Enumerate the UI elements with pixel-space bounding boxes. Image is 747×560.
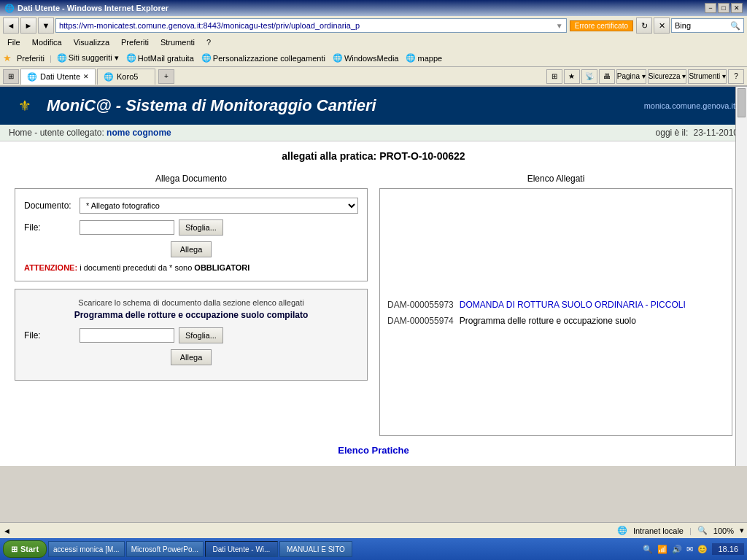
elenco-id-1: DAM-000055974: [387, 316, 454, 326]
warning-text: ATTENZIONE: i documenti preceduti da * s…: [24, 263, 358, 272]
browse-button[interactable]: Sfoglia...: [179, 219, 223, 236]
tab-dati-utente[interactable]: 🌐 Dati Utente ✕: [20, 69, 96, 85]
scrollbar[interactable]: [735, 87, 747, 466]
user-bar: Home - utente collegato: nome cognome og…: [0, 125, 747, 141]
dropdown-button[interactable]: ▼: [38, 18, 54, 34]
search-text: Bing: [675, 21, 730, 30]
doc-label: Documento:: [24, 201, 75, 211]
user-label: Home - utente collegato:: [9, 128, 104, 138]
menu-bar: File Modifica Visualizza Preferiti Strum…: [0, 35, 747, 50]
tabs-bar: ⊞ 🌐 Dati Utente ✕ 🌐 Koro5 + ⊞ ★ 📡 🖶 Pagi…: [0, 67, 747, 86]
elenco-item-1: DAM-000055974 Programma delle rotture e …: [386, 313, 726, 329]
title-bar-left: 🌐 Dati Utente - Windows Internet Explore…: [4, 4, 169, 13]
user-name: nome cognome: [107, 128, 171, 138]
nav-bar: ◄ ► ▼ https://vm-monicatest.comune.genov…: [0, 16, 747, 35]
fav-icon-windows: 🌐: [333, 53, 343, 63]
tab-close-1[interactable]: ✕: [83, 73, 89, 80]
doc-select[interactable]: * Allegato fotografico Documento tecnico…: [80, 198, 358, 214]
menu-help[interactable]: ?: [202, 37, 215, 47]
warning-prefix: ATTENZIONE:: [24, 263, 77, 272]
favorites-bar: ★ Preferiti | 🌐 Siti suggeriti ▾ 🌐 HotMa…: [0, 50, 747, 67]
menu-strumenti[interactable]: Strumenti: [156, 37, 199, 47]
allega-button-2[interactable]: Allega: [171, 349, 212, 365]
fav-item-mappe[interactable]: 🌐 mappe: [403, 52, 444, 63]
page-header-title: MoniC@ - Sistema di Monitoraggio Cantier…: [47, 96, 635, 115]
fav-item-hotmail[interactable]: 🌐 HotMail gratuita: [124, 52, 196, 63]
menu-file[interactable]: File: [3, 37, 25, 47]
browse-button-2[interactable]: Sfoglia...: [179, 327, 223, 343]
stop-button[interactable]: ✕: [654, 18, 670, 34]
footer-link[interactable]: Elenco Pratiche: [15, 445, 732, 456]
ie-icon: 🌐: [4, 4, 15, 13]
window-title: Dati Utente - Windows Internet Explorer: [18, 4, 169, 12]
forward-button[interactable]: ►: [20, 18, 36, 34]
print-icon-btn[interactable]: 🖶: [599, 69, 615, 84]
tab-ie-icon: 🌐: [27, 72, 37, 82]
fav-item-windowsmedia[interactable]: 🌐 WindowsMedia: [330, 52, 401, 63]
tab-tools-icon[interactable]: ⊞: [546, 69, 562, 84]
left-section-label: Allega Documento: [15, 174, 368, 184]
elenco-desc-1[interactable]: Programma delle rotture e occupazione su…: [460, 316, 636, 326]
favorites-icon-btn[interactable]: ★: [564, 69, 580, 84]
allega-button[interactable]: Allega: [171, 241, 212, 257]
tab-koro-icon: 🌐: [104, 72, 114, 82]
lower-form-title: Scaricare lo schema di documento dalla s…: [24, 298, 358, 307]
warning-obbl: OBBLIGATORI: [194, 263, 249, 272]
address-dropdown-icon: ▼: [556, 22, 563, 30]
help-btn[interactable]: ?: [728, 69, 744, 84]
file-label-2: File:: [24, 330, 75, 341]
two-col-layout: Allega Documento Documento: * Allegato f…: [15, 174, 732, 436]
page-title: allegati alla pratica: PROT-O-10-00622: [15, 150, 732, 162]
maximize-button[interactable]: □: [718, 3, 729, 13]
lower-form-box: Scaricare lo schema di documento dalla s…: [15, 289, 368, 381]
favorites-label[interactable]: Preferiti: [15, 53, 47, 63]
file-row-2: File: Sfoglia...: [24, 327, 358, 343]
menu-preferiti[interactable]: Preferiti: [117, 37, 153, 47]
search-icon[interactable]: 🔍: [730, 21, 740, 31]
favorites-star-icon: ★: [3, 52, 12, 63]
tab-koro-label: Koro5: [117, 72, 138, 81]
scroll-thumb[interactable]: [738, 88, 746, 117]
fav-icon-personalizza: 🌐: [201, 53, 212, 63]
date-label: oggi è il:: [656, 128, 689, 138]
cert-error-badge[interactable]: Errore certificato: [570, 20, 633, 31]
refresh-button[interactable]: ↻: [636, 18, 652, 34]
fav-icon-siti: 🌐: [57, 53, 67, 63]
new-tab-button[interactable]: +: [158, 69, 174, 84]
tab-group-button[interactable]: ⊞: [3, 69, 19, 84]
toolbar-area: ◄ ► ▼ https://vm-monicatest.comune.genov…: [0, 16, 747, 87]
date-value: 23-11-2010: [694, 128, 738, 138]
fav-icon-hotmail: 🌐: [126, 53, 136, 63]
back-button[interactable]: ◄: [3, 18, 19, 34]
feeds-icon-btn[interactable]: 📡: [581, 69, 597, 84]
right-section-label: Elenco Allegati: [379, 174, 732, 184]
elenco-id-0: DAM-000055973: [387, 300, 454, 310]
elenco-item-0: DAM-000055973 DOMANDA DI ROTTURA SUOLO O…: [386, 297, 726, 313]
menu-visualizza[interactable]: Visualizza: [69, 37, 114, 47]
file-input-2[interactable]: [80, 328, 174, 343]
file-label: File:: [24, 222, 75, 233]
address-bar[interactable]: https://vm-monicatest.comune.genova.it:8…: [55, 18, 567, 33]
title-bar: 🌐 Dati Utente - Windows Internet Explore…: [0, 0, 747, 16]
title-bar-buttons: − □ ✕: [705, 3, 743, 13]
tab-koro5[interactable]: 🌐 Koro5: [97, 69, 155, 85]
lower-form-link[interactable]: Programma delle rotture e occupazione su…: [24, 310, 358, 320]
elenco-desc-0[interactable]: DOMANDA DI ROTTURA SUOLO ORDINARIA - PIC…: [460, 300, 686, 310]
page-header-domain: monica.comune.genova.it: [644, 101, 735, 110]
fav-item-personalizza[interactable]: 🌐 Personalizzazione collegamenti: [199, 52, 328, 63]
page-header: ⚜ MoniC@ - Sistema di Monitoraggio Canti…: [0, 87, 747, 125]
security-btn[interactable]: Sicurezza ▾: [648, 69, 687, 84]
file-input[interactable]: [80, 220, 174, 235]
content-body: allegati alla pratica: PROT-O-10-00622 A…: [0, 141, 747, 464]
minimize-button[interactable]: −: [705, 3, 716, 13]
menu-modifica[interactable]: Modifica: [28, 37, 66, 47]
page-btn[interactable]: Pagina ▾: [616, 69, 646, 84]
close-button[interactable]: ✕: [731, 3, 743, 13]
search-bar[interactable]: Bing 🔍: [671, 18, 744, 33]
allega-row: Allega: [24, 241, 358, 257]
left-column: Allega Documento Documento: * Allegato f…: [15, 174, 368, 436]
logo-icon: ⚜: [12, 93, 38, 119]
fav-item-siti[interactable]: 🌐 Siti suggeriti ▾: [55, 52, 121, 63]
right-column: Elenco Allegati DAM-000055973 DOMANDA DI…: [379, 174, 732, 436]
strumenti-btn[interactable]: Strumenti ▾: [688, 69, 727, 84]
